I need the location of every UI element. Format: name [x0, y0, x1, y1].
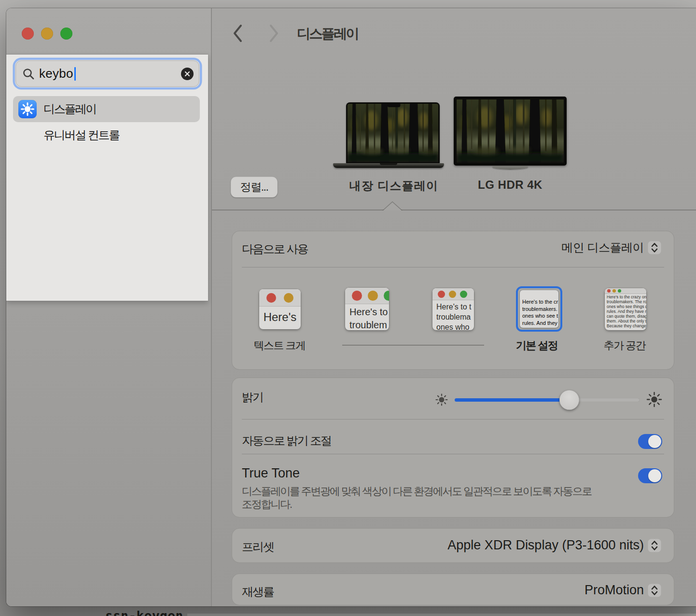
true-tone-toggle[interactable] — [638, 468, 662, 483]
laptop-notch — [388, 104, 401, 107]
minimize-window-button[interactable] — [41, 28, 53, 40]
mini-green-dot-icon — [384, 291, 389, 301]
mini-text: troublemakers. The rou — [607, 299, 646, 304]
mini-window-titlebar — [259, 289, 301, 307]
text-size-option-3[interactable]: Here's to t troublema ones who — [432, 288, 474, 330]
mini-text: troublema — [436, 312, 474, 322]
refresh-rate-dropdown[interactable]: ProMotion — [585, 583, 661, 598]
refresh-rate-section: 재생률 ProMotion — [232, 574, 674, 605]
clear-search-button[interactable] — [181, 68, 194, 80]
search-result-universal-control[interactable]: 유니버설 컨트롤 — [13, 122, 200, 148]
close-icon — [184, 71, 190, 77]
search-result-display[interactable]: 디스플레이 — [13, 96, 200, 122]
mini-window-titlebar — [605, 288, 646, 294]
mini-window-titlebar — [432, 288, 474, 300]
sidebar: keybo — [6, 8, 211, 606]
mini-text: rules. And they — [522, 320, 558, 327]
search-input-value: keybo — [39, 66, 73, 81]
mini-text: troublem — [349, 319, 389, 330]
wallpaper-forest — [457, 99, 564, 163]
mini-text: rules. And they have no — [607, 309, 646, 314]
wallpaper-forest — [348, 104, 438, 162]
auto-brightness-label: 자동으로 밝기 조절 — [242, 433, 331, 448]
stepper-icon — [648, 584, 661, 597]
window-controls — [22, 28, 72, 40]
brightness-slider-fill — [455, 398, 569, 402]
brightness-slider-knob[interactable] — [559, 390, 579, 410]
mini-red-dot-icon — [266, 293, 276, 303]
background-terminal-text: ssn-keygen — [105, 609, 183, 616]
preset-value: Apple XDR Display (P3-1600 nits) — [447, 538, 644, 553]
use-as-value: 메인 디스플레이 — [561, 240, 644, 255]
mini-text: Here's to the crazy one — [607, 294, 646, 299]
search-result-label: 유니버설 컨트롤 — [43, 127, 119, 143]
row-divider — [242, 454, 664, 454]
mini-text: ones who — [436, 322, 474, 330]
text-size-label-default: 기본 설정 — [501, 338, 573, 353]
brightness-dim-icon — [435, 393, 448, 406]
mini-text: Because they change t — [607, 323, 646, 328]
row-divider — [242, 267, 664, 267]
mini-text: Here's to t — [436, 302, 474, 312]
main-content: 디스플레이 내장 디스플레이 LG H — [212, 8, 696, 606]
laptop-base — [333, 163, 444, 168]
search-icon — [22, 68, 35, 80]
use-as-dropdown[interactable]: 메인 디스플레이 — [561, 240, 661, 255]
text-size-option-larger-text[interactable]: Here's — [259, 289, 301, 329]
mini-red-dot-icon — [607, 289, 611, 293]
close-window-button[interactable] — [22, 28, 34, 40]
mini-text: Here's to the cr — [522, 298, 558, 306]
use-as-label: 다음으로 사용 — [242, 241, 308, 257]
display-settings-icon — [18, 100, 37, 118]
text-size-option-default-selected[interactable]: Here's to the cr troublemakers. ones who… — [516, 286, 562, 332]
page-title: 디스플레이 — [297, 25, 358, 43]
mini-text: troublemakers. — [522, 306, 558, 313]
preset-section: 프리셋 Apple XDR Display (P3-1600 nits) — [232, 528, 674, 563]
row-divider — [242, 419, 664, 420]
preset-dropdown[interactable]: Apple XDR Display (P3-1600 nits) — [447, 538, 661, 553]
text-size-option-more-space[interactable]: Here's to the crazy one troublemakers. T… — [605, 288, 646, 330]
mini-text: can quote them, disagr — [607, 314, 646, 319]
preset-label: 프리셋 — [242, 539, 274, 555]
toggle-knob — [648, 469, 661, 482]
external-display-name: LG HDR 4K — [454, 178, 567, 192]
search-input[interactable]: keybo — [15, 60, 199, 87]
brightness-full-icon — [646, 392, 662, 407]
text-size-connector-line — [342, 345, 484, 346]
builtin-display-thumbnail[interactable] — [340, 102, 448, 168]
back-button[interactable] — [231, 24, 244, 43]
mini-yellow-dot-icon — [612, 289, 616, 293]
mini-text: Here's to — [349, 306, 389, 319]
mini-green-dot-icon — [618, 289, 621, 293]
mini-green-dot-icon — [460, 291, 467, 298]
use-as-section: 다음으로 사용 메인 디스플레이 — [232, 231, 674, 370]
chevron-right-icon — [269, 24, 279, 42]
system-settings-window: keybo — [6, 8, 696, 606]
mini-red-dot-icon — [438, 291, 445, 298]
mini-window-titlebar — [345, 288, 389, 304]
text-size-option-2[interactable]: Here's to troublem — [345, 288, 389, 330]
refresh-rate-label: 재생률 — [242, 584, 274, 600]
external-display-thumbnail[interactable] — [454, 97, 567, 177]
mini-text: them. About the only th — [607, 319, 646, 323]
forward-button[interactable] — [267, 24, 281, 43]
arrange-button[interactable]: 정렬... — [231, 177, 278, 197]
true-tone-description-line1: 디스플레이를 주변광에 맞춰 색상이 다른 환경에서도 일관적으로 보이도록 자… — [242, 485, 591, 498]
picker-divider — [212, 210, 696, 210]
true-tone-description-line2: 조정합니다. — [242, 498, 292, 511]
mini-red-dot-icon — [352, 291, 362, 301]
auto-brightness-toggle[interactable] — [638, 434, 662, 449]
brightness-label: 밝기 — [242, 390, 263, 405]
mini-text: Here's — [259, 310, 301, 324]
stepper-icon — [648, 241, 661, 254]
zoom-window-button[interactable] — [60, 28, 72, 40]
brightness-section: 밝기 — [232, 378, 674, 518]
brightness-slider[interactable] — [455, 398, 640, 402]
mini-yellow-dot-icon — [284, 293, 293, 303]
mini-text: ones who see things dif — [607, 304, 646, 309]
true-tone-label: True Tone — [242, 466, 300, 481]
selected-display-caret — [382, 201, 403, 210]
mini-window-titlebar — [520, 290, 558, 297]
search-results-panel: keybo — [6, 54, 208, 301]
refresh-rate-value: ProMotion — [585, 583, 644, 598]
